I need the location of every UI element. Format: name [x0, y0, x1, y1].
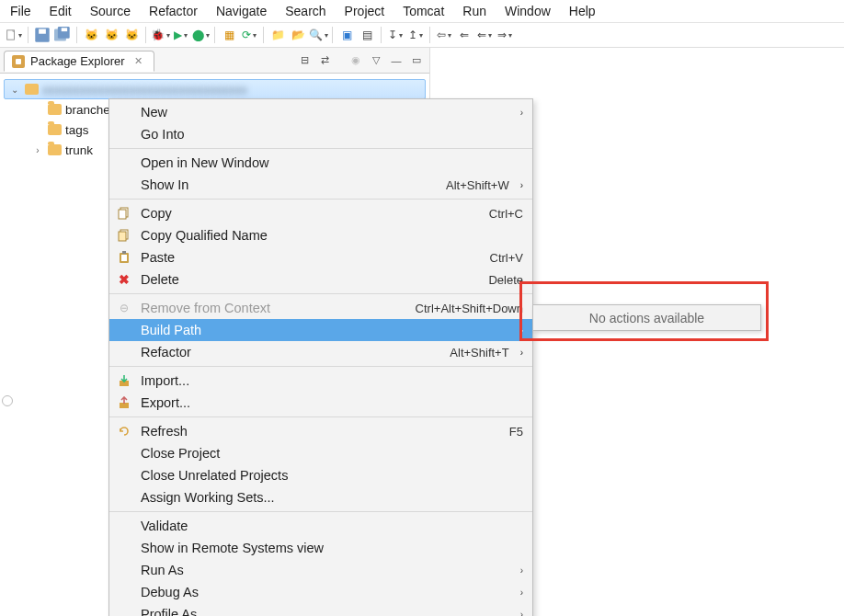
chevron-right-icon: ›: [520, 587, 523, 598]
ctx-item-show-in[interactable]: Show InAlt+Shift+W›: [109, 174, 532, 196]
ctx-item-go-into[interactable]: Go Into: [109, 123, 532, 145]
menu-refactor[interactable]: Refactor: [146, 2, 200, 20]
link-editor-icon[interactable]: ⇄: [317, 53, 332, 68]
tomcat-start-icon[interactable]: 🐱: [83, 27, 99, 43]
import-icon: [115, 373, 133, 388]
blank-icon: [115, 177, 133, 192]
blank-icon: [115, 519, 133, 533]
refresh-icon: [115, 424, 133, 439]
chevron-right-icon: ›: [520, 325, 523, 336]
context-menu-separator: [109, 366, 532, 367]
run-button[interactable]: ▶: [172, 27, 188, 43]
menu-project[interactable]: Project: [342, 2, 388, 20]
coverage-button[interactable]: ⬤: [192, 27, 209, 43]
ctx-item-refactor[interactable]: RefactorAlt+Shift+T›: [109, 341, 532, 363]
ctx-item-label: Refresh: [141, 424, 188, 439]
ctx-item-accelerator: F5: [509, 425, 523, 439]
menu-search[interactable]: Search: [282, 2, 328, 20]
ctx-item-paste[interactable]: PasteCtrl+V: [109, 246, 532, 268]
minimize-icon[interactable]: —: [389, 53, 404, 68]
ctx-item-import[interactable]: Import...: [109, 370, 532, 392]
tree-root-row[interactable]: ⌄ xxxxxxxxxxxxxxxxxxxxxxxxxxxxxxxxx: [4, 79, 426, 99]
maximize-icon[interactable]: ▭: [409, 53, 424, 68]
ctx-item-validate[interactable]: Validate: [109, 515, 532, 537]
ctx-item-label: Close Project: [141, 446, 220, 461]
paste-icon: [115, 250, 133, 265]
ctx-item-export[interactable]: Export...: [109, 392, 532, 414]
last-edit-icon[interactable]: ⇦: [436, 27, 452, 43]
chevron-right-icon: ›: [520, 108, 523, 118]
context-menu[interactable]: New›Go IntoOpen in New WindowShow InAlt+…: [108, 98, 533, 616]
back-button[interactable]: ⇐: [456, 27, 473, 43]
blank-icon: [115, 127, 133, 142]
blank-icon: [115, 105, 133, 120]
ctx-item-label: Close Unrelated Projects: [141, 468, 288, 483]
annotation-next-icon[interactable]: ↧: [387, 27, 404, 43]
ctx-item-build-path[interactable]: Build Path›: [109, 319, 532, 341]
menu-help[interactable]: Help: [566, 2, 599, 20]
package-explorer-title: Package Explorer: [30, 54, 125, 68]
ctx-item-label: Paste: [141, 250, 175, 265]
blank-icon: [115, 468, 133, 483]
svg-rect-12: [121, 255, 127, 261]
blank-icon: [115, 607, 133, 616]
new-button[interactable]: [6, 27, 22, 43]
view-menu-icon[interactable]: ▽: [369, 53, 383, 68]
debug-button[interactable]: 🐞: [152, 27, 168, 43]
back-history-button[interactable]: ⇐: [476, 27, 493, 43]
ctx-item-delete[interactable]: ✖DeleteDelete: [109, 268, 532, 291]
ctx-item-open-in-new-window[interactable]: Open in New Window: [109, 152, 532, 174]
ctx-item-label: Validate: [141, 519, 188, 533]
new-package-icon[interactable]: ▦: [221, 27, 237, 43]
menu-window[interactable]: Window: [502, 2, 553, 20]
ctx-item-refresh[interactable]: RefreshF5: [109, 420, 532, 442]
collapse-all-icon[interactable]: ⊟: [297, 53, 312, 68]
ctx-item-label: Export...: [141, 395, 190, 410]
ctx-item-debug-as[interactable]: Debug As›: [109, 581, 532, 603]
ctx-item-copy[interactable]: CopyCtrl+C: [109, 202, 532, 224]
save-button[interactable]: [34, 27, 51, 43]
focus-task-icon[interactable]: ◉: [348, 53, 363, 68]
open-task-icon[interactable]: 📂: [290, 27, 306, 43]
ctx-item-label: New: [141, 105, 167, 120]
toggle-mark-icon[interactable]: ▣: [338, 27, 355, 43]
expand-icon[interactable]: ⌄: [8, 85, 21, 95]
chevron-right-icon: ›: [520, 610, 523, 617]
expand-icon[interactable]: ›: [31, 145, 44, 155]
panel-toolbar: ⊟ ⇄ ◉ ▽ — ▭: [297, 53, 429, 68]
new-type-icon[interactable]: ⟳: [241, 27, 257, 43]
search-button[interactable]: 🔍: [310, 27, 326, 43]
menu-edit[interactable]: Edit: [47, 2, 74, 20]
menu-file[interactable]: File: [7, 2, 34, 20]
ctx-item-close-unrelated-projects[interactable]: Close Unrelated Projects: [109, 464, 532, 486]
tomcat-stop-icon[interactable]: 🐱: [103, 27, 120, 43]
gutter-marker-icon: [2, 395, 13, 406]
close-icon[interactable]: ✕: [134, 55, 143, 67]
ctx-item-accelerator: Alt+Shift+T: [450, 346, 508, 359]
ctx-item-label: Open in New Window: [141, 155, 268, 170]
menu-source[interactable]: Source: [87, 2, 133, 20]
menu-run[interactable]: Run: [460, 2, 489, 20]
menu-tomcat[interactable]: Tomcat: [400, 2, 447, 20]
ctx-item-run-as[interactable]: Run As›: [109, 559, 532, 581]
ctx-item-new[interactable]: New›: [109, 101, 532, 123]
ctx-item-label: Show in Remote Systems view: [141, 541, 324, 555]
ctx-item-label: Copy: [141, 206, 172, 221]
ctx-item-profile-as[interactable]: Profile As›: [109, 603, 532, 616]
save-all-button[interactable]: [54, 27, 71, 43]
toggle-block-icon[interactable]: ▤: [359, 27, 375, 43]
ctx-item-assign-working-sets[interactable]: Assign Working Sets...: [109, 486, 532, 508]
menu-navigate[interactable]: Navigate: [213, 2, 269, 20]
annotation-prev-icon[interactable]: ↥: [407, 27, 424, 43]
tomcat-restart-icon[interactable]: 🐱: [123, 27, 140, 43]
ctx-item-label: Build Path: [141, 323, 201, 337]
forward-history-button[interactable]: ⇒: [496, 27, 513, 43]
ctx-item-accelerator: Delete: [488, 273, 523, 287]
package-explorer-tab[interactable]: Package Explorer ✕: [4, 51, 154, 72]
open-type-icon[interactable]: 📁: [269, 27, 286, 43]
ctx-item-copy-qualified-name[interactable]: Copy Qualified Name: [109, 224, 532, 246]
context-menu-separator: [109, 293, 532, 294]
ctx-item-show-in-remote-systems-view[interactable]: Show in Remote Systems view: [109, 537, 532, 559]
blank-icon: [115, 155, 133, 170]
ctx-item-close-project[interactable]: Close Project: [109, 442, 532, 464]
